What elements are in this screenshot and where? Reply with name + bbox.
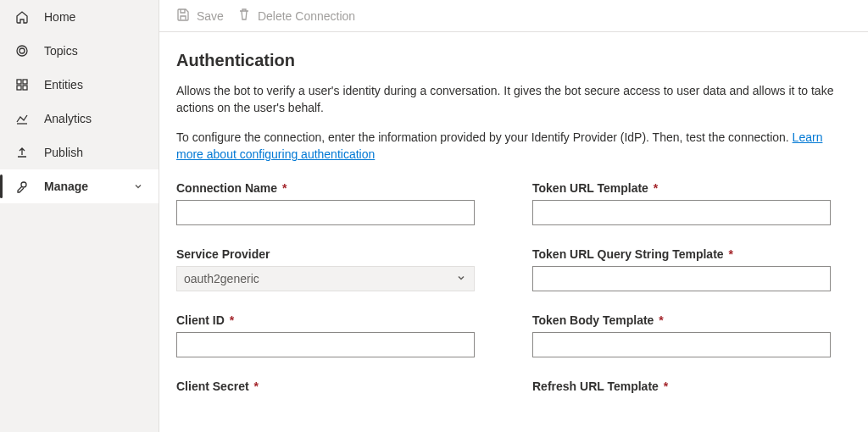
svg-point-1 — [19, 48, 25, 53]
sidebar-item-publish[interactable]: Publish — [0, 136, 159, 169]
sidebar: Home Topics Entities Analytics Publish — [0, 0, 159, 432]
field-label: Client ID * — [176, 313, 475, 327]
field-label: Token Body Template * — [532, 313, 831, 327]
sidebar-item-label: Topics — [44, 44, 145, 58]
connection-name-input[interactable] — [176, 200, 475, 225]
sidebar-item-analytics[interactable]: Analytics — [0, 102, 159, 136]
token-body-input[interactable] — [532, 332, 831, 357]
delete-connection-button[interactable]: Delete Connection — [237, 8, 355, 24]
entities-icon — [14, 76, 31, 93]
field-token-url-query: Token URL Query String Template * — [532, 247, 831, 291]
sidebar-item-label: Publish — [44, 146, 145, 159]
required-marker: * — [279, 181, 287, 195]
field-client-secret: Client Secret * — [176, 379, 475, 398]
sidebar-item-entities[interactable]: Entities — [0, 68, 159, 102]
topics-icon — [14, 42, 31, 59]
field-label: Refresh URL Template * — [532, 379, 831, 393]
service-provider-select[interactable] — [176, 266, 475, 291]
field-refresh-url: Refresh URL Template * — [532, 379, 831, 398]
sidebar-item-label: Home — [44, 10, 145, 24]
required-marker: * — [650, 181, 658, 195]
required-marker: * — [251, 379, 259, 393]
field-client-id: Client ID * — [176, 313, 475, 357]
sidebar-item-home[interactable]: Home — [0, 0, 159, 34]
chevron-down-icon — [133, 180, 145, 192]
svg-rect-4 — [17, 86, 21, 90]
delete-label: Delete Connection — [258, 9, 355, 23]
delete-icon — [237, 8, 251, 24]
sidebar-item-label: Manage — [44, 180, 133, 193]
toolbar: Save Delete Connection — [159, 0, 868, 32]
save-button[interactable]: Save — [176, 8, 224, 24]
token-url-query-input[interactable] — [532, 266, 831, 291]
svg-rect-2 — [17, 80, 21, 84]
sidebar-item-label: Entities — [44, 78, 145, 91]
svg-point-0 — [17, 46, 27, 56]
save-label: Save — [197, 9, 224, 23]
save-icon — [176, 8, 190, 24]
sidebar-item-manage[interactable]: Manage — [0, 169, 159, 203]
page-description-2: To configure the connection, enter the i… — [176, 129, 846, 163]
field-label: Service Provider — [176, 247, 475, 261]
client-id-input[interactable] — [176, 332, 475, 357]
svg-rect-5 — [23, 86, 27, 90]
field-token-url-template: Token URL Template * — [532, 181, 831, 225]
content: Authentication Allows the bot to verify … — [159, 32, 868, 415]
sidebar-item-topics[interactable]: Topics — [0, 34, 159, 68]
sidebar-item-label: Analytics — [44, 112, 145, 125]
form-grid: Connection Name * Token URL Template * S… — [176, 181, 851, 398]
field-service-provider: Service Provider — [176, 247, 475, 291]
manage-icon — [14, 178, 31, 195]
required-marker: * — [660, 379, 668, 393]
analytics-icon — [14, 110, 31, 127]
required-marker: * — [655, 313, 663, 327]
page-title: Authentication — [176, 51, 851, 70]
field-label: Token URL Template * — [532, 181, 831, 195]
home-icon — [14, 8, 31, 25]
token-url-template-input[interactable] — [532, 200, 831, 225]
field-label: Token URL Query String Template * — [532, 247, 831, 261]
required-marker: * — [726, 247, 733, 261]
field-token-body: Token Body Template * — [532, 313, 831, 357]
required-marker: * — [226, 313, 234, 327]
svg-rect-3 — [23, 80, 27, 84]
field-label: Client Secret * — [176, 379, 475, 393]
desc2-prefix: To configure the connection, enter the i… — [176, 130, 793, 144]
page-description-1: Allows the bot to verify a user's identi… — [176, 82, 846, 117]
field-connection-name: Connection Name * — [176, 181, 475, 225]
field-label: Connection Name * — [176, 181, 475, 195]
main: Save Delete Connection Authentication Al… — [159, 0, 868, 432]
publish-icon — [14, 144, 31, 161]
